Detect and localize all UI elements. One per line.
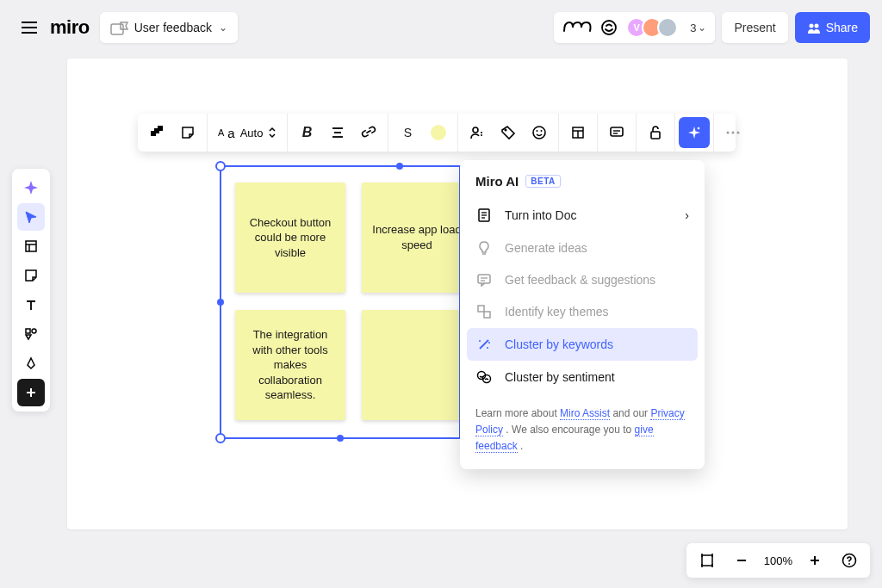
svg-point-8 xyxy=(32,329,36,333)
svg-point-44 xyxy=(479,340,481,342)
beta-badge: BETA xyxy=(525,175,560,188)
zoom-in-button[interactable] xyxy=(803,548,827,573)
fit-button[interactable] xyxy=(695,548,719,573)
svg-point-20 xyxy=(537,130,538,132)
link-button[interactable] xyxy=(353,117,384,148)
align-button[interactable] xyxy=(322,117,353,148)
font-size-auto[interactable]: Aa Auto xyxy=(211,126,283,140)
ai-cluster-sentiment[interactable]: Cluster by sentiment xyxy=(460,361,705,393)
select-tool[interactable] xyxy=(17,203,45,231)
help-button[interactable] xyxy=(837,548,861,573)
layout-button[interactable] xyxy=(562,117,593,148)
sentiment-icon xyxy=(475,369,493,385)
resize-handle[interactable] xyxy=(396,163,403,170)
svg-point-19 xyxy=(533,127,545,139)
svg-rect-28 xyxy=(651,132,660,139)
svg-point-29 xyxy=(698,127,700,130)
svg-point-18 xyxy=(505,129,507,132)
emoji-button[interactable] xyxy=(524,117,555,148)
resize-handle[interactable] xyxy=(337,435,344,442)
ai-cluster-keywords[interactable]: Cluster by keywords xyxy=(467,328,698,361)
zoom-level[interactable]: 100% xyxy=(764,554,792,567)
author-button[interactable] xyxy=(462,117,493,148)
collaborator-count[interactable]: 3 ⌄ xyxy=(690,22,706,34)
wand-icon xyxy=(475,337,493,352)
activity-button[interactable] xyxy=(600,19,618,36)
board-name: User feedback xyxy=(134,21,212,34)
miro-assist-link[interactable]: Miro Assist xyxy=(560,407,610,420)
bold-button[interactable]: B xyxy=(291,117,322,148)
svg-rect-38 xyxy=(478,275,490,283)
ai-tool[interactable] xyxy=(17,174,45,201)
shapes-tool[interactable] xyxy=(17,320,45,348)
svg-point-31 xyxy=(732,132,735,134)
feedback-icon xyxy=(475,273,493,287)
ai-generate-ideas: Generate ideas xyxy=(460,232,705,264)
main-menu-button[interactable] xyxy=(12,10,47,45)
chevron-down-icon: ⌄ xyxy=(698,22,706,34)
svg-point-30 xyxy=(727,132,730,134)
svg-point-32 xyxy=(737,132,740,134)
switch-type-button[interactable] xyxy=(141,117,172,148)
svg-point-45 xyxy=(487,347,488,349)
svg-rect-25 xyxy=(611,127,623,136)
collaboration-bar: V 3 ⌄ xyxy=(554,12,715,43)
zoom-out-button[interactable] xyxy=(730,548,754,573)
svg-rect-4 xyxy=(26,241,36,251)
svg-rect-41 xyxy=(478,306,484,312)
sticky-size-button[interactable]: S xyxy=(392,117,423,148)
document-icon xyxy=(475,207,493,223)
add-tool[interactable] xyxy=(17,379,45,406)
chevron-right-icon: › xyxy=(685,208,689,222)
miro-logo: miro xyxy=(50,16,90,39)
miro-ai-button[interactable] xyxy=(679,117,710,148)
svg-point-3 xyxy=(814,24,818,28)
color-button[interactable] xyxy=(423,117,454,148)
svg-point-21 xyxy=(541,130,543,132)
resize-handle[interactable] xyxy=(215,433,226,443)
miro-ai-menu: Miro AI BETA Turn into Doc › Generate id… xyxy=(460,160,705,469)
resize-handle[interactable] xyxy=(217,299,224,306)
frame-tool[interactable] xyxy=(17,232,45,260)
collaborator-avatars[interactable]: V xyxy=(626,17,678,38)
tag-button[interactable] xyxy=(493,117,524,148)
selection-context-toolbar: Aa Auto B S xyxy=(138,114,736,152)
hamburger-icon xyxy=(22,22,37,34)
sticky-tool[interactable] xyxy=(17,262,45,289)
color-swatch-icon xyxy=(431,125,446,140)
ai-menu-footer: Learn more about Miro Assist and our Pri… xyxy=(460,393,705,455)
board-name-dropdown[interactable]: User feedback ⌄ xyxy=(100,12,238,43)
zoom-controls: 100% xyxy=(686,543,870,578)
pen-tool[interactable] xyxy=(17,350,45,377)
more-options-button[interactable] xyxy=(717,117,748,148)
svg-point-15 xyxy=(473,127,478,133)
svg-point-1 xyxy=(602,21,616,34)
svg-rect-42 xyxy=(484,312,490,318)
ai-identify-themes: Identify key themes xyxy=(460,295,705,328)
svg-rect-11 xyxy=(158,126,163,131)
svg-rect-7 xyxy=(26,329,30,333)
lock-button[interactable] xyxy=(640,117,671,148)
lightbulb-icon xyxy=(475,240,493,256)
svg-point-58 xyxy=(848,563,850,565)
reactions-button[interactable] xyxy=(562,19,592,36)
ai-menu-title: Miro AI xyxy=(475,174,519,189)
ai-get-feedback: Get feedback & suggestions xyxy=(460,264,705,295)
sticky-style-button[interactable] xyxy=(172,117,203,148)
text-tool[interactable] xyxy=(17,291,45,319)
share-icon xyxy=(807,21,821,34)
ai-turn-into-doc[interactable]: Turn into Doc › xyxy=(460,199,705,232)
avatar xyxy=(657,17,678,38)
tools-toolbar xyxy=(12,169,50,412)
themes-icon xyxy=(475,304,493,319)
resize-handle[interactable] xyxy=(215,161,226,171)
board-icon xyxy=(110,21,127,34)
present-button[interactable]: Present xyxy=(722,12,787,43)
svg-point-46 xyxy=(488,342,490,344)
svg-point-2 xyxy=(809,24,813,28)
share-button[interactable]: Share xyxy=(795,12,870,43)
stepper-icon xyxy=(268,127,276,139)
svg-point-16 xyxy=(481,134,482,136)
svg-rect-49 xyxy=(702,555,712,566)
comment-button[interactable] xyxy=(601,117,632,148)
